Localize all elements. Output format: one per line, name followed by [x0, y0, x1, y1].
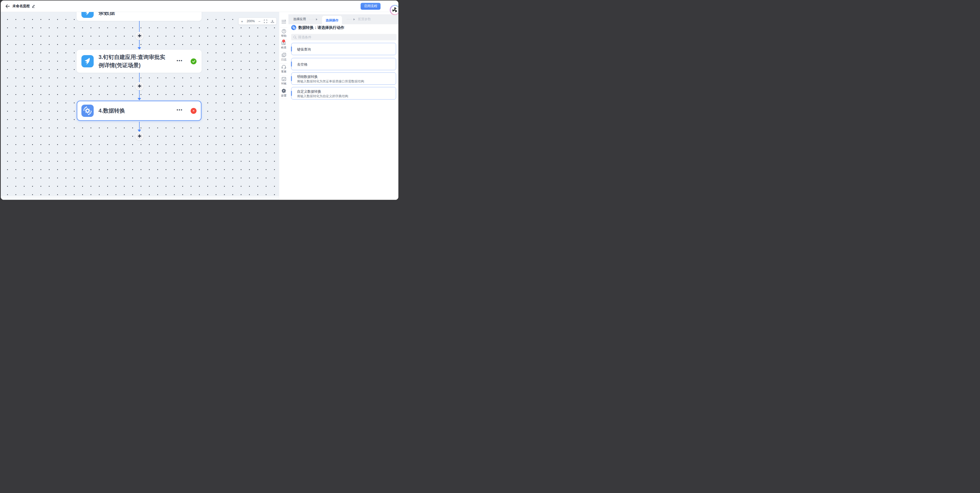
add-step-button-3[interactable]: [135, 132, 143, 140]
flow-node-partial[interactable]: 余数据: [76, 12, 202, 21]
collapse-panel-button[interactable]: [279, 20, 288, 24]
dingtalk-icon: [81, 55, 94, 67]
logs-icon: [282, 53, 286, 57]
add-step-button-1[interactable]: [135, 32, 143, 40]
sidebar-item-support[interactable]: 客服: [279, 65, 288, 73]
node-title: 3.钉钉自建应用:查询审批实例详情(凭证场景): [99, 53, 175, 69]
node-more-button[interactable]: •••: [177, 107, 183, 113]
back-button[interactable]: [5, 3, 10, 9]
action-filter-input[interactable]: [298, 35, 395, 39]
flow-canvas[interactable]: 余数据 3.钉钉自建应用:查询审批实例详情(凭证场景) •••: [1, 12, 279, 196]
connector-line: [139, 90, 140, 98]
fit-screen-icon: [264, 20, 267, 23]
zoom-in-button[interactable]: +: [241, 19, 243, 24]
card-accent-bar: [291, 46, 292, 52]
top-bar: 未命名流程 启用流程: [1, 0, 398, 12]
node-more-button[interactable]: •••: [177, 58, 183, 63]
download-icon: [271, 20, 274, 23]
steps-breadcrumb: 选择应用 ····· 选择操作 ····· 配置参数: [288, 14, 398, 24]
sidebar-item-inspect[interactable]: ! 检查: [279, 41, 288, 49]
step-arrow-icon: ·····: [347, 18, 355, 21]
node-title: 4.数据转换: [99, 107, 175, 115]
panel-title-row: 数据转换：请选择执行动作: [291, 25, 344, 30]
connector-line: [139, 73, 140, 83]
add-step-button-2[interactable]: [135, 82, 143, 90]
connector-line: [139, 122, 140, 130]
action-filter-searchbox[interactable]: [291, 34, 396, 40]
check-icon: [192, 60, 195, 63]
zoom-level: 200%: [247, 19, 255, 23]
connector-arrow: [138, 47, 141, 49]
connector-arrow: [138, 98, 141, 100]
arrow-left-icon: [5, 4, 10, 8]
pencil-icon: [32, 4, 35, 8]
card-accent-bar: [291, 91, 292, 96]
enable-flow-button[interactable]: 启用流程: [361, 3, 380, 10]
card-accent-bar: [291, 62, 292, 67]
download-button[interactable]: [271, 20, 274, 23]
sidebar-item-help[interactable]: 帮助: [279, 29, 288, 38]
extension-logo-badge[interactable]: [390, 5, 398, 15]
gear-icon: [282, 89, 286, 93]
sidebar-item-settings[interactable]: 设置: [279, 89, 288, 97]
step-arrow-icon: ·····: [309, 18, 318, 21]
action-card-trim-spaces[interactable]: 去空格: [291, 58, 396, 70]
step-select-app[interactable]: 选择应用: [293, 17, 306, 21]
side-toolbar: 帮助 ! 检查 日志 客服: [279, 12, 288, 200]
action-card-detail-data-transform[interactable]: 明细数据转换 将输入数据转化为凭证单据类接口所需数据结构: [291, 73, 396, 85]
edit-title-button[interactable]: [32, 4, 35, 8]
action-card-key-value-query[interactable]: 键值查询: [291, 43, 396, 55]
headset-icon: [282, 65, 286, 69]
connector-line: [139, 21, 140, 32]
zoom-out-button[interactable]: −: [258, 19, 261, 24]
node-delete-button[interactable]: ✕: [191, 108, 197, 114]
help-circle-icon: [282, 29, 286, 33]
inspect-alert-badge: !: [282, 40, 285, 42]
data-transform-icon: [81, 105, 94, 117]
dingtalk-icon: [81, 12, 94, 18]
sidebar-item-logs[interactable]: 日志: [279, 53, 288, 62]
node-success-badge: [191, 59, 197, 64]
panel-title: 数据转换：请选择执行动作: [298, 25, 344, 30]
app-window: 未命名流程 启用流程: [1, 0, 398, 200]
connector-line: [139, 40, 140, 48]
collapse-panel-icon: [282, 20, 286, 24]
flow-canvas-column: 余数据 3.钉钉自建应用:查询审批实例详情(凭证场景) •••: [1, 12, 279, 200]
calendar-check-icon: [282, 77, 286, 81]
node-title: 余数据: [99, 12, 175, 16]
action-select-panel: 选择应用 ····· 选择操作 ····· 配置参数 数据转换：请选择执行动作 …: [288, 12, 398, 200]
flow-node-4-selected[interactable]: 4.数据转换 ••• ✕: [76, 100, 202, 121]
data-transform-icon: [291, 25, 296, 30]
canvas-zoom-toolbar: + 200% −: [239, 18, 277, 24]
action-card-custom-data-transform[interactable]: 自定义数据转换 将输入数据转化为自定义的字典结构: [291, 87, 396, 100]
flow-title: 未命名流程: [13, 4, 30, 8]
search-icon: [293, 35, 297, 39]
flow-node-3[interactable]: 3.钉钉自建应用:查询审批实例详情(凭证场景) •••: [76, 50, 202, 73]
connector-arrow: [138, 130, 141, 132]
canvas-bottom-strip: [1, 196, 279, 200]
trident-logo-icon: [391, 6, 399, 14]
step-select-action-tab[interactable]: 选择操作: [322, 16, 342, 26]
card-accent-bar: [291, 76, 292, 81]
sidebar-item-reconcile[interactable]: 对账: [279, 77, 288, 86]
step-configure-params: 配置参数: [358, 17, 371, 21]
fit-screen-button[interactable]: [264, 20, 267, 23]
